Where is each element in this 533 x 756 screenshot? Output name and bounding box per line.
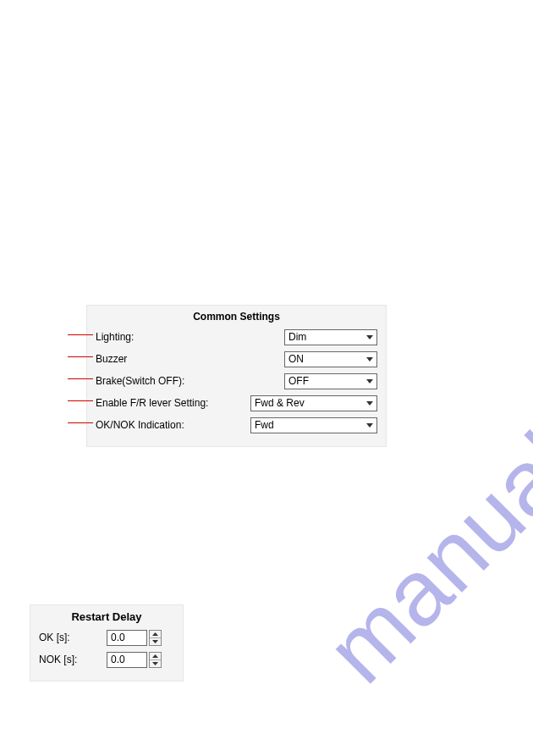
dropdown-brake-value: OFF [288, 375, 363, 387]
chevron-up-icon [152, 654, 158, 658]
common-settings-title: Common Settings [96, 311, 377, 323]
dropdown-lighting[interactable]: Dim [284, 329, 377, 345]
chevron-down-icon [363, 352, 376, 367]
dropdown-oknok-value: Fwd [255, 419, 363, 431]
label-brake: Brake(Switch OFF): [96, 375, 227, 387]
row-ok-s: OK [s]: 0.0 [39, 628, 174, 647]
row-oknok: OK/NOK Indication: Fwd [96, 416, 377, 434]
dropdown-brake[interactable]: OFF [284, 373, 377, 389]
chevron-down-icon [152, 640, 158, 643]
restart-delay-title: Restart Delay [39, 610, 174, 623]
dropdown-buzzer-value: ON [288, 353, 363, 365]
spin-up-button[interactable] [150, 631, 161, 638]
chevron-down-icon [363, 330, 376, 345]
label-oknok: OK/NOK Indication: [96, 419, 227, 431]
dropdown-enable-fr[interactable]: Fwd & Rev [250, 395, 377, 411]
spin-buttons-nok [149, 652, 162, 668]
row-enable-fr: Enable F/R lever Setting: Fwd & Rev [96, 394, 377, 412]
restart-delay-panel: Restart Delay OK [s]: 0.0 [30, 604, 184, 682]
spinbox-nok: 0.0 [107, 652, 162, 668]
label-lighting: Lighting: [96, 331, 227, 343]
label-ok-s: OK [s]: [39, 632, 107, 643]
dropdown-buzzer[interactable]: ON [284, 351, 377, 367]
dropdown-oknok[interactable]: Fwd [250, 417, 377, 433]
spin-input-nok[interactable]: 0.0 [107, 652, 147, 668]
spin-value-nok: 0.0 [111, 654, 125, 665]
leader-line [68, 334, 93, 335]
row-buzzer: Buzzer ON [96, 350, 377, 368]
dropdown-lighting-value: Dim [288, 331, 363, 343]
dropdown-enable-fr-value: Fwd & Rev [255, 397, 363, 409]
spin-down-button[interactable] [150, 638, 161, 645]
row-brake: Brake(Switch OFF): OFF [96, 372, 377, 390]
spin-down-button[interactable] [150, 660, 161, 667]
spinbox-ok: 0.0 [107, 630, 162, 646]
leader-line [68, 400, 93, 401]
spin-value-ok: 0.0 [111, 632, 125, 643]
label-buzzer: Buzzer [96, 353, 227, 365]
chevron-down-icon [152, 662, 158, 665]
spin-input-ok[interactable]: 0.0 [107, 630, 147, 646]
label-enable-fr: Enable F/R lever Setting: [96, 397, 227, 409]
chevron-down-icon [363, 418, 376, 433]
leader-line [68, 356, 93, 357]
label-nok-s: NOK [s]: [39, 654, 107, 665]
common-settings-panel: Common Settings Lighting: Dim Buzzer ON … [86, 305, 387, 447]
spin-up-button[interactable] [150, 653, 161, 660]
chevron-down-icon [363, 396, 376, 411]
spin-buttons-ok [149, 630, 162, 646]
leader-line [68, 378, 93, 379]
chevron-up-icon [152, 632, 158, 636]
chevron-down-icon [363, 374, 376, 389]
row-lighting: Lighting: Dim [96, 328, 377, 346]
leader-line [68, 422, 93, 423]
row-nok-s: NOK [s]: 0.0 [39, 650, 174, 669]
